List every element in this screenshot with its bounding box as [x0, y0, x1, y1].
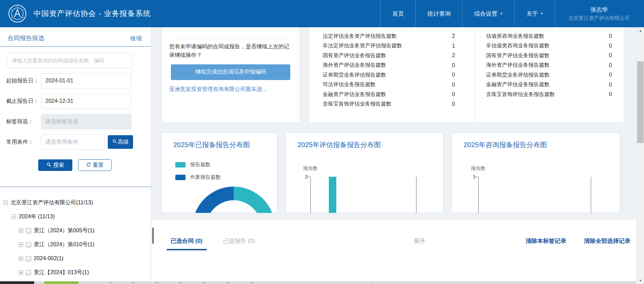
- tick-mark: [475, 177, 478, 177]
- chart-title: 2025年已报备报告分布图: [173, 140, 250, 149]
- stat-value: 2: [452, 33, 455, 39]
- refresh-icon: [86, 162, 91, 169]
- stat-value: 0: [609, 82, 612, 88]
- panel-scrollbar-thumb[interactable]: [152, 227, 154, 244]
- tag-filter-label: 标签筛选：: [6, 118, 41, 125]
- tree-item[interactable]: +景江（2024）第005号(1): [19, 227, 151, 234]
- vertical-scrollbar[interactable]: ▲ ▼: [636, 27, 644, 284]
- stat-value: 0: [609, 91, 612, 97]
- clear-links: 清除本标签记录 清除全部选择记录: [526, 237, 630, 245]
- common-condition-input[interactable]: [41, 135, 105, 150]
- tree-item-label: 2024年 (11/13): [19, 213, 55, 220]
- taskbar-divider: [372, 281, 372, 284]
- tree-item[interactable]: +景江【2024】013号(1): [19, 269, 151, 276]
- stat-label: 国有资产评估业务报告篇数: [323, 52, 386, 59]
- stat-value: 0: [452, 72, 455, 78]
- chevron-down-icon: ▼: [540, 12, 543, 15]
- magnifier-icon: [46, 162, 52, 169]
- taskbar-icon-sliver: [179, 282, 182, 283]
- nav-item-about[interactable]: 关于 ▼: [514, 0, 555, 27]
- stat-label: 证券期货业务评估报告篇数: [486, 72, 550, 79]
- scroll-up-icon[interactable]: ▲: [636, 27, 644, 34]
- scroll-down-icon[interactable]: ▼: [636, 277, 644, 284]
- pending-record-link[interactable]: 亚洲竞发投资管理咨询有限公司股东进...: [169, 86, 292, 93]
- expand-expander-icon[interactable]: +: [19, 256, 23, 261]
- stat-row: 司法评估业务报告篇数0: [323, 80, 455, 90]
- stat-value: 0: [609, 33, 612, 39]
- tab-selected-contracts[interactable]: 已选合同 (0): [166, 237, 207, 250]
- clear-all-records-link[interactable]: 清除全部选择记录: [584, 237, 630, 245]
- tree-checkbox[interactable]: [26, 256, 31, 261]
- taskbar-app-icon[interactable]: [44, 281, 78, 284]
- stat-row: 非法定评估业务资产评估报告篇数1: [323, 41, 455, 51]
- plot-right-border: [591, 177, 591, 213]
- search-button[interactable]: 搜索: [38, 159, 72, 171]
- taskbar-icon-sliver: [251, 282, 254, 283]
- taskbar-icon-sliver: [131, 282, 135, 283]
- stat-label: 非估值类咨询业务报告篇数: [486, 42, 550, 49]
- tree-checkbox[interactable]: [26, 228, 31, 233]
- y-axis-label: 报告数: [471, 165, 485, 172]
- user-menu[interactable]: 张志华 北京景江资产评估有限公司: [555, 0, 644, 27]
- expand-link[interactable]: 展开: [414, 237, 425, 245]
- clear-tab-records-link[interactable]: 清除本标签记录: [526, 237, 566, 245]
- collapse-link[interactable]: 收缩: [130, 34, 142, 42]
- nav-item-home[interactable]: 首页: [380, 0, 415, 27]
- stat-value: 0: [452, 101, 455, 107]
- taskbar-sliver: [0, 281, 644, 284]
- tag-filter-input[interactable]: [41, 114, 131, 129]
- stat-label: 法定评估业务资产评估报告篇数: [323, 33, 397, 40]
- notice-message: 您有未申请编码的合同或报告，是否继续上次的记录继续操作？: [169, 43, 292, 60]
- tree-item-label: 景江（2024）第010号(1): [34, 241, 94, 248]
- start-date-input[interactable]: [41, 73, 131, 89]
- stat-row: 海外资产评估业务报告篇数0: [486, 61, 612, 70]
- stat-value: 0: [452, 82, 455, 88]
- end-date-input[interactable]: [41, 94, 131, 109]
- nav-item-stats-query[interactable]: 统计查询: [415, 0, 462, 27]
- stat-value: 0: [609, 52, 612, 59]
- reset-button[interactable]: 重置: [78, 159, 112, 171]
- expand-expander-icon[interactable]: +: [19, 228, 23, 233]
- nav-item-settings[interactable]: 综合设置 ▼: [462, 0, 514, 27]
- expand-expander-icon[interactable]: +: [19, 270, 23, 275]
- tree-item[interactable]: −2024年 (11/13): [12, 213, 151, 220]
- expand-expander-icon[interactable]: +: [19, 242, 23, 247]
- tree-checkbox[interactable]: [26, 242, 31, 247]
- tree-item[interactable]: −北京景江资产评估有限公司(11/13): [3, 199, 151, 206]
- y-axis-line: [478, 177, 479, 213]
- stat-value: 0: [609, 72, 612, 78]
- nav-item-label: 首页: [392, 10, 404, 18]
- advanced-button[interactable]: 高级: [108, 135, 133, 149]
- collapse-expander-icon[interactable]: −: [3, 201, 8, 205]
- magnifier-icon: [112, 139, 117, 145]
- tag-filter-row: 标签筛选：: [6, 114, 151, 129]
- legend-label: 作废报告篇数: [190, 174, 221, 180]
- report-bar: [329, 177, 336, 213]
- navbar: 中国资产评估协会 - 业务报备系统 首页 统计查询 综合设置 ▼ 关于 ▼ 张志…: [0, 0, 644, 27]
- filter-sidebar: 合同报告筛选 收缩 起始报告日： 截止报告日： 标签筛选： 常用条件： 高级 搜…: [0, 27, 151, 281]
- common-condition-row: 常用条件： 高级: [6, 134, 151, 150]
- scrollbar-thumb[interactable]: [637, 61, 644, 143]
- stat-value: 1: [452, 43, 455, 49]
- tree-item[interactable]: +景江（2024）第010号(1): [19, 241, 151, 248]
- end-date-row: 截止报告日：: [6, 93, 151, 109]
- tab-selected-reports[interactable]: 已选报告 (0): [219, 237, 259, 250]
- taskbar-icon-sliver: [203, 282, 206, 283]
- continue-fill-button[interactable]: 继续完成信息填写及申报编码: [171, 64, 290, 80]
- stat-label: 海外资产评估业务报告篇数: [486, 62, 550, 69]
- tree-item-label: 北京景江资产评估有限公司(11/13): [11, 199, 93, 206]
- tree-checkbox[interactable]: [26, 270, 31, 275]
- tree-divider: [0, 187, 151, 187]
- tick-mark: [307, 177, 310, 177]
- chart-title: 2025年评估报备报告分布图: [297, 140, 381, 149]
- start-date-label: 起始报告日：: [6, 77, 41, 84]
- reset-button-label: 重置: [93, 162, 104, 169]
- keyword-search-input[interactable]: [7, 53, 132, 68]
- collapse-expander-icon[interactable]: −: [12, 215, 16, 219]
- tree-item[interactable]: +2024-002(1): [19, 255, 151, 262]
- user-company: 北京景江资产评估有限公司: [568, 15, 630, 21]
- nav-menu: 首页 统计查询 综合设置 ▼ 关于 ▼: [380, 0, 555, 27]
- pending-code-notice-card: 您有未申请编码的合同或报告，是否继续上次的记录继续操作？ 继续完成信息填写及申报…: [161, 27, 300, 123]
- stat-label: 国有资产评估业务报告篇数: [486, 52, 550, 59]
- advanced-button-label: 高级: [118, 139, 129, 146]
